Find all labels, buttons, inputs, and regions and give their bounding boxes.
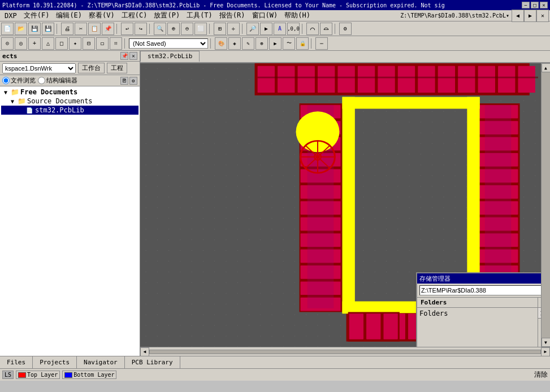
right-scrollbar: ▲ ▼ — [541, 63, 550, 347]
menu-dxp[interactable]: DXP — [1, 11, 20, 20]
expand-source-docs[interactable]: ▼ — [9, 98, 16, 104]
bottom-tab-pcb-library[interactable]: PCB Library — [125, 356, 180, 369]
panel-icon-btn1[interactable]: 🖹 — [120, 77, 128, 85]
tb-cross-btn[interactable]: ✛ — [227, 23, 240, 35]
tb-cut-btn[interactable]: ✂ — [75, 23, 87, 35]
tb-save-btn[interactable]: 💾 — [28, 23, 41, 35]
svg-rect-5 — [278, 66, 295, 93]
tb2-pt-btn[interactable]: ✎ — [242, 37, 254, 50]
svg-rect-4 — [258, 66, 275, 93]
tb-a-btn[interactable]: A — [274, 23, 286, 35]
bottom-layer-indicator[interactable]: Bottom Layer — [62, 371, 116, 379]
tb2-btn9[interactable]: ⌗ — [110, 37, 122, 50]
menu-report[interactable]: 报告(R) — [216, 10, 249, 21]
clear-button[interactable]: 清除 — [534, 370, 548, 380]
tree-item-stm32[interactable]: 📄 stm32.PcbLib — [1, 106, 138, 115]
pcb-canvas[interactable]: 存储管理器 ✕ ✔ 只显示当前工程中的文件 — [140, 63, 541, 347]
sep10 — [311, 38, 313, 49]
tb2-run2-btn[interactable]: ▶ — [269, 37, 282, 50]
tb2-btn6[interactable]: ✦ — [69, 37, 81, 50]
tb-grid-btn[interactable]: ⊞ — [214, 23, 226, 35]
tb-fit-btn[interactable]: ⬜ — [194, 23, 207, 35]
tb-num-btn[interactable]: ,0,0 — [287, 23, 300, 35]
h-scroll-track[interactable] — [149, 350, 541, 354]
menu-place[interactable]: 放置(P) — [150, 10, 183, 21]
tb-paste-btn[interactable]: 📌 — [102, 23, 114, 35]
nav-close-button[interactable]: ✕ — [536, 10, 549, 22]
menu-window[interactable]: 窗口(W) — [249, 10, 282, 21]
gongcheng-button[interactable]: 工程 — [107, 63, 127, 73]
svg-rect-12 — [418, 66, 435, 93]
tb-run-btn[interactable]: ▶ — [260, 23, 272, 35]
tb2-sym-btn[interactable]: ◈ — [228, 37, 241, 50]
minimize-button[interactable]: − — [522, 2, 530, 8]
maximize-button[interactable]: □ — [531, 2, 539, 8]
menu-view[interactable]: 察看(V) — [85, 10, 118, 21]
storage-path-input[interactable] — [419, 285, 541, 295]
tb2-btn5[interactable]: □ — [55, 37, 68, 50]
menu-project[interactable]: 工程(C) — [118, 10, 151, 21]
tb-print-btn[interactable]: 🖨 — [61, 23, 73, 35]
tb2-more-btn[interactable]: ⋯ — [315, 37, 328, 50]
file-browse-radio[interactable]: 文件浏览 — [2, 76, 36, 85]
scroll-down-button[interactable]: ▼ — [542, 338, 551, 347]
tb2-btn2[interactable]: ◎ — [15, 37, 27, 50]
panel-pin-button[interactable]: 📌 — [120, 52, 128, 60]
tb-new-btn[interactable]: 📄 — [1, 23, 14, 35]
tab-label: stm32.PcbLib — [148, 53, 192, 60]
tb2-btn4[interactable]: △ — [42, 37, 54, 50]
tree-item-source-docs[interactable]: ▼ 📁 Source Documents — [1, 97, 138, 106]
tb2-btn1[interactable]: ⊙ — [1, 37, 14, 50]
tb2-btn7[interactable]: ⊟ — [83, 37, 95, 50]
tb-arc2-btn[interactable]: ⌓ — [320, 23, 332, 35]
storage-manager-dialog: 存储管理器 ✕ ✔ 只显示当前工程中的文件 — [416, 272, 541, 347]
tb2-wave-btn[interactable]: 〜 — [283, 37, 295, 50]
project-file-row[interactable]: 📄 s... 3... PC... 201... Not — [539, 320, 542, 329]
close-button[interactable]: ✕ — [540, 2, 548, 8]
tb-zoomin-btn[interactable]: ⊕ — [167, 23, 180, 35]
tb-inspect-btn[interactable]: 🔎 — [246, 23, 259, 35]
scroll-left-button[interactable]: ◀ — [140, 347, 149, 356]
gongzuo-button[interactable]: 工作台 — [78, 63, 105, 73]
expand-free-docs[interactable]: ▼ — [2, 89, 9, 95]
struct-editor-radio[interactable]: 结构编辑器 — [38, 76, 77, 85]
tb-saveall-btn[interactable]: 💾 — [42, 23, 54, 35]
menu-tools[interactable]: 工具(T) — [183, 10, 216, 21]
svg-rect-70 — [383, 313, 397, 339]
bottom-tab-projects[interactable]: Projects — [33, 356, 77, 369]
tb2-lock-btn[interactable]: 🔒 — [296, 37, 309, 50]
nav-back-button[interactable]: ◀ — [512, 10, 524, 22]
tb2-btn8[interactable]: ◻ — [96, 37, 109, 50]
tb2-btn3[interactable]: + — [28, 37, 41, 50]
bottom-tab-bar: Files Projects Navigator PCB Library — [0, 356, 550, 368]
proj-col1[interactable]: 文△ — [538, 308, 542, 318]
panel-icon-btn2[interactable]: ⚙ — [129, 77, 137, 85]
tb-open-btn[interactable]: 📂 — [15, 23, 27, 35]
tb-redo-btn[interactable]: ↪ — [135, 23, 147, 35]
tb2-dbg-btn[interactable]: ⊛ — [255, 37, 268, 50]
menu-edit[interactable]: 编辑(E) — [53, 10, 85, 21]
not-saved-select[interactable]: (Not Saved) — [129, 38, 208, 49]
tb-arc-btn[interactable]: ⌒ — [306, 23, 319, 35]
bottom-tab-files[interactable]: Files — [0, 356, 33, 369]
svg-rect-69 — [366, 313, 380, 339]
tb-zoomout-btn[interactable]: ⊖ — [181, 23, 193, 35]
tb-copy-btn[interactable]: 📋 — [88, 23, 101, 35]
top-layer-indicator[interactable]: Top Layer — [16, 371, 60, 379]
tab-stm32[interactable]: stm32.PcbLib — [140, 51, 200, 62]
panel-close-button[interactable]: ✕ — [129, 52, 137, 60]
tb-undo-btn[interactable]: ↩ — [121, 23, 133, 35]
tb2-clr-btn[interactable]: 🎨 — [215, 37, 227, 50]
workspace-select[interactable]: kspace1.DsnWrk — [2, 63, 76, 73]
bottom-tab-navigator[interactable]: Navigator — [77, 356, 125, 369]
scroll-right-button[interactable]: ▶ — [541, 347, 550, 356]
menu-help[interactable]: 帮助(H) — [281, 10, 314, 21]
scroll-track[interactable] — [542, 72, 550, 338]
scroll-up-button[interactable]: ▲ — [542, 63, 551, 72]
menu-file[interactable]: 文件(F) — [20, 10, 53, 21]
tb-zoom-btn[interactable]: 🔍 — [154, 23, 166, 35]
nav-forward-button[interactable]: ▶ — [524, 10, 536, 22]
folders-tree-item[interactable]: Folders — [418, 309, 536, 318]
tree-item-free-docs[interactable]: ▼ 📁 Free Documents — [1, 88, 138, 97]
tb-extra-btn[interactable]: ⚙ — [339, 23, 352, 35]
